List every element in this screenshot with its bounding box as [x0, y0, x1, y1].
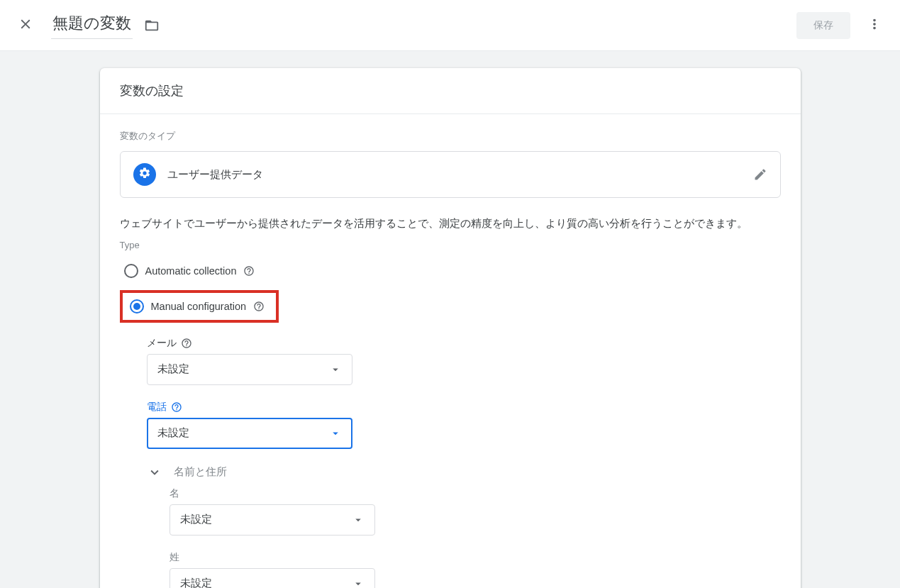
variable-type-selector[interactable]: ユーザー提供データ	[120, 151, 781, 198]
radio-group: Automatic collection Manual configuratio…	[120, 260, 781, 323]
name-address-toggle[interactable]: 名前と住所	[147, 465, 781, 480]
field-email: メール 未設定	[147, 337, 781, 385]
email-label: メール	[147, 337, 177, 350]
highlight-box: Manual configuration	[120, 290, 279, 323]
folder-icon[interactable]	[144, 18, 160, 33]
body-area: 変数の設定 変数のタイプ ユーザー提供データ ウェブサイトでユーザーから提供され…	[0, 51, 900, 588]
firstname-label: 名	[170, 487, 781, 500]
radio-automatic[interactable]: Automatic collection	[120, 260, 260, 282]
chevron-down-icon	[329, 427, 342, 440]
var-type-label: 変数のタイプ	[120, 130, 781, 143]
type-subtitle: Type	[120, 240, 781, 250]
header: 無題の変数 保存	[0, 0, 900, 51]
radio-label-auto: Automatic collection	[145, 265, 237, 277]
save-button[interactable]: 保存	[796, 12, 850, 39]
settings-card: 変数の設定 変数のタイプ ユーザー提供データ ウェブサイトでユーザーから提供され…	[100, 68, 801, 588]
lastname-select[interactable]: 未設定	[170, 568, 375, 588]
gear-avatar	[133, 163, 156, 186]
help-icon[interactable]	[243, 265, 255, 277]
email-label-row: メール	[147, 337, 781, 350]
lastname-value: 未設定	[180, 577, 212, 588]
more-vert-icon	[867, 16, 882, 34]
title-wrapper: 無題の変数	[51, 11, 796, 39]
field-firstname: 名 未設定	[170, 487, 781, 536]
fields-section: メール 未設定 電話	[147, 337, 781, 588]
name-addr-label: 名前と住所	[174, 465, 227, 479]
gear-icon	[138, 167, 151, 182]
radio-label-manual: Manual configuration	[151, 301, 247, 312]
help-icon[interactable]	[171, 401, 182, 413]
email-value: 未設定	[157, 362, 189, 376]
card-header: 変数の設定	[100, 68, 801, 114]
email-select[interactable]: 未設定	[147, 354, 352, 385]
radio-circle-checked-icon	[130, 299, 144, 314]
field-lastname: 姓 未設定	[170, 551, 781, 588]
card-title: 変数の設定	[120, 82, 781, 99]
firstname-value: 未設定	[180, 513, 212, 526]
firstname-select[interactable]: 未設定	[170, 504, 375, 536]
lastname-label: 姓	[170, 551, 781, 564]
close-icon	[18, 16, 33, 34]
edit-icon[interactable]	[753, 167, 767, 182]
phone-value: 未設定	[157, 426, 189, 440]
help-icon[interactable]	[181, 338, 192, 349]
chevron-down-icon	[147, 465, 162, 480]
more-menu-button[interactable]	[857, 9, 891, 43]
radio-manual[interactable]: Manual configuration	[126, 296, 270, 317]
description-text: ウェブサイトでユーザーから提供されたデータを活用することで、測定の精度を向上し、…	[120, 215, 781, 233]
phone-select[interactable]: 未設定	[147, 418, 352, 449]
field-phone: 電話 未設定	[147, 401, 781, 449]
chevron-down-icon	[352, 577, 365, 588]
page-title[interactable]: 無題の変数	[51, 11, 133, 39]
radio-circle-icon	[124, 264, 138, 278]
type-name: ユーザー提供データ	[167, 168, 742, 182]
close-button[interactable]	[9, 9, 43, 43]
card-body: 変数のタイプ ユーザー提供データ ウェブサイトでユーザーから提供されたデータを活…	[100, 114, 801, 588]
nested-fields: 名 未設定 姓 未設定	[170, 487, 781, 588]
chevron-down-icon	[329, 363, 342, 376]
phone-label-row: 電話	[147, 401, 781, 414]
help-icon[interactable]	[253, 301, 265, 312]
radio-dot	[133, 303, 140, 310]
chevron-down-icon	[352, 514, 365, 526]
phone-label: 電話	[147, 401, 167, 414]
